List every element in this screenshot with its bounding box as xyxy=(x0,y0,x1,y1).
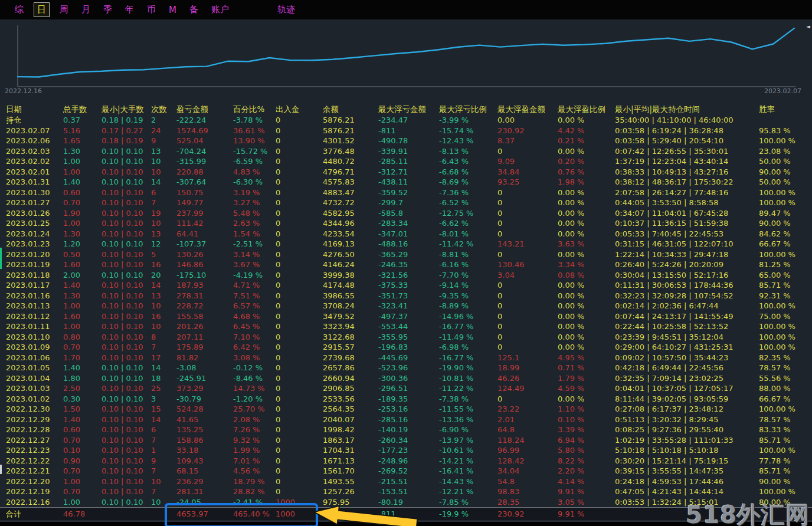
cell-max-float-profit-pct: 0.20 % xyxy=(558,156,615,167)
menu-item-综[interactable]: 综 xyxy=(12,3,27,17)
cell-pnl: 220.88 xyxy=(176,167,233,177)
cell-max-float-profit-pct: 4.42 % xyxy=(558,126,615,136)
cell-max-float-loss: -246.35 xyxy=(378,259,439,270)
cell-max-float-profit-pct: 2.20 % xyxy=(558,466,615,476)
table-row[interactable]: 2023.01.171.400.10 | 0.1014187.934.71 %0… xyxy=(0,280,812,291)
table-row[interactable]: 2023.01.061.700.10 | 0.101781.823.08 %02… xyxy=(0,353,812,363)
table-row[interactable]: 2022.12.230.100.10 | 0.10133.181.99 %017… xyxy=(0,445,812,456)
table-row[interactable]: 2023.01.241.300.10 | 0.101364.411.54 %04… xyxy=(0,229,812,239)
table-row[interactable]: 2023.01.200.500.10 | 0.105130.263.14 %04… xyxy=(0,249,812,260)
cell-pnl-pct: -15.72 % xyxy=(233,146,276,157)
menu-item-M[interactable]: M xyxy=(166,4,179,17)
table-row[interactable]: 2023.02.075.160.17 | 0.27241574.6936.61 … xyxy=(0,126,812,136)
table-row[interactable]: 2023.01.182.000.10 | 0.1020-175.10-4.19 … xyxy=(0,270,812,281)
cell-hold-time: 0:27:08 | 6:17:37 | 23:48:12 xyxy=(615,404,759,415)
cell-trade-count: 17 xyxy=(151,353,176,363)
table-row[interactable]: 2023.01.191.600.10 | 0.1016146.863.67 %0… xyxy=(0,259,812,270)
table-row[interactable]: 2023.01.311.400.10 | 0.1014-307.64-6.30 … xyxy=(0,177,812,188)
menu-item-账户[interactable]: 账户 xyxy=(208,3,232,17)
cell-total-lots: 2.50 xyxy=(63,383,102,394)
cell-max-float-loss-pct: -12.43 % xyxy=(439,136,497,146)
cell-min-max-lots: 0.17 | 0.27 xyxy=(102,126,151,136)
cell-balance: 4883.47 xyxy=(323,188,378,198)
cell-pnl-pct: 3.19 % xyxy=(233,188,276,198)
table-row[interactable]: 2023.02.031.300.10 | 0.1013-704.24-15.72… xyxy=(0,146,812,157)
cell-max-float-profit: 0 xyxy=(497,208,558,219)
cell-win-rate: 90.00 % xyxy=(759,476,812,487)
table-row[interactable]: 2023.02.021.000.10 | 0.1010-315.99-6.59 … xyxy=(0,156,812,167)
cell-min-max-lots: 0.10 | 0.10 xyxy=(102,239,151,249)
cell-hold-time: 0:02:14 | 2:02:36 | 6:47:44 xyxy=(615,301,759,311)
table-row[interactable]: 2023.01.231.200.10 | 0.1012-107.37-2.51 … xyxy=(0,239,812,249)
cell-balance: 1704.31 xyxy=(323,445,378,456)
table-row[interactable]: 2023.02.011.000.10 | 0.1010220.884.83 %0… xyxy=(0,167,812,177)
cell-balance: 1257.26 xyxy=(323,486,378,497)
table-row[interactable]: 2022.12.301.500.10 | 0.1015524.2825.70 %… xyxy=(0,404,812,415)
menu-item-月[interactable]: 月 xyxy=(78,3,93,17)
cell-min-max-lots: 0.10 | 0.10 xyxy=(102,301,151,311)
menu-item-币[interactable]: 币 xyxy=(144,3,159,17)
cell-win-rate: 66.67 % xyxy=(759,239,812,249)
cell-date: 2022.12.28 xyxy=(6,425,63,435)
cell-win-rate xyxy=(759,115,812,126)
table-row[interactable]: 2023.01.020.300.10 | 0.103-30.79-1.20 %0… xyxy=(0,394,812,405)
cell-total-lots: 1.00 xyxy=(63,321,102,332)
cell-date: 2023.01.24 xyxy=(6,229,63,239)
table-row[interactable]: 2023.01.161.300.10 | 0.1013278.317.51 %0… xyxy=(0,291,812,301)
cell-total-lots: 0.70 xyxy=(63,342,102,353)
cell-date: 2023.02.01 xyxy=(6,167,63,177)
table-row[interactable]: 2023.01.100.800.10 | 0.108207.117.10 %03… xyxy=(0,332,812,343)
table-row[interactable]: 2022.12.270.700.10 | 0.107158.869.32 %01… xyxy=(0,435,812,446)
menu-item-备[interactable]: 备 xyxy=(186,3,201,17)
menu-item-周[interactable]: 周 xyxy=(57,3,71,17)
menu-item-轨迹[interactable]: 轨迹 xyxy=(274,3,298,17)
menu-item-年[interactable]: 年 xyxy=(122,3,137,17)
cell-hold-time: 0:26:40 | 5:24:26 | 20:20:09 xyxy=(615,259,759,270)
cell-pnl: 525.04 xyxy=(176,136,233,146)
table-row[interactable]: 2023.01.261.900.10 | 0.1019237.995.48 %0… xyxy=(0,208,812,219)
total-max-float-profit-pct: 9.91 % xyxy=(558,507,615,521)
table-row[interactable]: 2022.12.280.600.10 | 0.106135.257.26 %01… xyxy=(0,425,812,435)
cell-max-float-profit-pct: 0.76 % xyxy=(558,167,615,177)
table-row[interactable]: 2023.01.041.800.10 | 0.1018-245.91-8.46 … xyxy=(0,373,812,384)
table-row[interactable]: 2022.12.220.900.10 | 0.109109.437.01 %01… xyxy=(0,456,812,466)
cell-win-rate: 84.62 % xyxy=(759,229,812,239)
cell-pnl-pct: 18.79 % xyxy=(233,476,276,487)
cell-trade-count: 2 xyxy=(151,115,176,126)
cell-hold-time: 0:07:42 | 12:26:55 | 35:30:01 xyxy=(615,146,759,157)
table-row[interactable]: 2023.01.300.600.10 | 0.106150.753.19 %04… xyxy=(0,188,812,198)
table-row[interactable]: 2023.01.051.400.10 | 0.1014-3.08-0.12 %0… xyxy=(0,363,812,373)
table-row[interactable]: 2023.01.090.700.10 | 0.107175.896.42 %02… xyxy=(0,342,812,353)
cell-trade-count: 14 xyxy=(151,177,176,188)
table-row[interactable]: 2022.12.201.000.10 | 0.1010236.2918.79 %… xyxy=(0,476,812,487)
cell-trade-count: 15 xyxy=(151,404,176,415)
cell-max-float-profit: 0 xyxy=(497,218,558,229)
table-row[interactable]: 2022.12.291.400.10 | 0.101441.652.08 %02… xyxy=(0,415,812,425)
cell-max-float-profit: 0 xyxy=(497,301,558,311)
cell-max-float-loss-pct: -16.41 % xyxy=(439,466,497,476)
cell-pnl: 146.86 xyxy=(176,259,233,270)
table-row[interactable]: 2023.02.061.650.18 | 0.199525.0413.90 %0… xyxy=(0,136,812,146)
table-row[interactable]: 持仓0.370.18 | 0.192-222.24-3.78 %05876.21… xyxy=(0,115,812,126)
table-row[interactable]: 2023.01.251.000.10 | 0.1010111.422.63 %0… xyxy=(0,218,812,229)
cell-pnl-pct: -8.46 % xyxy=(233,373,276,384)
cell-min-max-lots: 0.18 | 0.19 xyxy=(102,115,151,126)
cell-deposit-withdrawal: 0 xyxy=(276,177,323,188)
table-row[interactable]: 2023.01.270.700.10 | 0.107149.773.27 %04… xyxy=(0,198,812,208)
scrollbar-left-arrow-icon[interactable]: ◄ xyxy=(806,24,810,29)
cell-max-float-loss: -351.73 xyxy=(378,291,439,301)
table-row[interactable]: 2023.01.032.500.10 | 0.1025373.2914.73 %… xyxy=(0,383,812,394)
table-row[interactable]: 2023.01.121.600.10 | 0.1016155.584.68 %0… xyxy=(0,311,812,322)
table-row[interactable]: 2022.12.210.700.10 | 0.10768.154.56 %015… xyxy=(0,466,812,476)
table-row[interactable]: 2022.12.190.700.10 | 0.107281.3128.82 %0… xyxy=(0,486,812,497)
cell-win-rate: 100.00 % xyxy=(759,332,812,343)
table-row[interactable]: 2023.01.131.000.10 | 0.1010228.726.57 %0… xyxy=(0,301,812,311)
chart-end-date-label: 2023.02.07 xyxy=(764,87,801,95)
cell-max-float-profit-pct: 1.98 % xyxy=(558,177,615,188)
table-row[interactable]: 2023.01.111.000.10 | 0.1010201.266.45 %0… xyxy=(0,321,812,332)
menu-item-日[interactable]: 日 xyxy=(34,2,50,17)
menu-item-季[interactable]: 季 xyxy=(100,3,115,17)
cell-hold-time: 8:11:44 | 39:02:05 | 93:05:59 xyxy=(615,394,759,405)
cell-win-rate: 90.00 % xyxy=(759,218,812,229)
cell-balance: 1561.70 xyxy=(323,466,378,476)
